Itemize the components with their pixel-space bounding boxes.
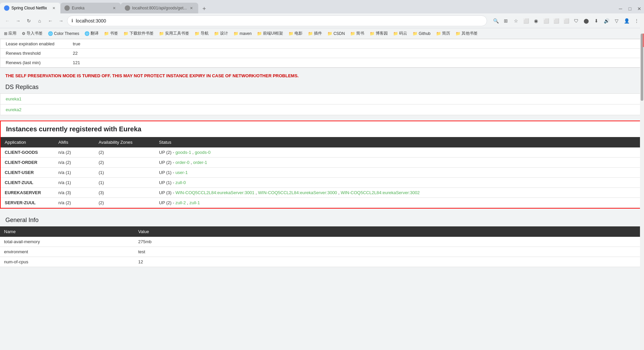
bookmark-resume[interactable]: 📁 简历 (435, 30, 451, 37)
bookmark-jianshu[interactable]: 📁 简书 (349, 30, 366, 37)
folder-icon-1: 📁 (104, 31, 109, 36)
bookmark-cnblogs[interactable]: 📁 博客园 (368, 30, 389, 37)
replica-item-1[interactable]: eureka1 (0, 93, 644, 104)
instance-application-2: CLIENT-USER (1, 168, 54, 178)
instance-application-4: EUREKASERVER (1, 188, 54, 198)
bookmark-cnblogs-label: 博客园 (376, 31, 388, 36)
instance-link-5-0[interactable]: zull-2 (175, 200, 186, 205)
instance-application-0: CLIENT-GOODS (1, 147, 54, 158)
instance-link-0-1[interactable]: goods-0 (195, 150, 211, 155)
replica-item-2[interactable]: eureka2 (0, 104, 644, 115)
back-button[interactable]: ← (3, 16, 12, 26)
address-bar[interactable]: ℹ localhost:3000 (67, 15, 487, 26)
instances-table: Application AMIs Availability Zones Stat… (1, 137, 643, 208)
bookmark-plugins-label: 插件 (314, 31, 322, 36)
ext5-button[interactable]: ⬜ (561, 16, 571, 26)
ext7-button[interactable]: ⬤ (582, 16, 591, 26)
ext2-button[interactable]: ◉ (531, 16, 541, 26)
instance-amis-5: n/a (2) (54, 198, 95, 208)
tab-close-1[interactable]: ✕ (51, 5, 56, 11)
instance-application-1: CLIENT-ORDER (1, 158, 54, 168)
bookmark-import[interactable]: ⚙ 导入书签 (20, 30, 44, 37)
instance-link-3-0[interactable]: zull-0 (175, 180, 186, 185)
extensions-button[interactable]: ⬜ (521, 16, 531, 26)
secure-icon: ℹ (71, 18, 73, 23)
globe-icon-2: 🌐 (85, 31, 90, 36)
link-separator: , (191, 150, 195, 155)
bookmark-others[interactable]: 📁 其他书签 (454, 30, 479, 37)
search-button[interactable]: 🔍 (491, 16, 500, 26)
bookmark-apps[interactable]: ⊞ 应用 (3, 30, 18, 37)
bookmark-movies-label: 电影 (294, 31, 303, 36)
bookmark-csdn[interactable]: 📁 CSDN (326, 31, 346, 37)
reload-button[interactable]: ↻ (24, 16, 34, 26)
status-text-3: UP (1) - (159, 180, 175, 185)
ds-replicas-section: DS Replicas eureka1 eureka2 (0, 81, 644, 115)
instance-link-0-0[interactable]: goods-1 (175, 150, 191, 155)
status-text-5: UP (2) - (159, 200, 175, 205)
ext4-button[interactable]: ⬜ (551, 16, 561, 26)
bookmark-maven[interactable]: 📁 maven (232, 31, 253, 37)
instance-link-2-0[interactable]: user-1 (175, 170, 188, 175)
instance-status-2: UP (1) - user-1 (155, 168, 643, 178)
ext6-button[interactable]: 🛡 (572, 16, 581, 26)
folder-icon-7: 📁 (257, 31, 262, 36)
star-button[interactable]: ☆ (511, 16, 521, 26)
cast-button[interactable]: ▽ (612, 16, 621, 26)
forward-history-button[interactable]: → (56, 16, 66, 26)
folder-icon-8: 📁 (288, 31, 293, 36)
tab-localhost[interactable]: localhost:8001/api/goods/get... ✕ (121, 3, 198, 13)
bookmark-plugins[interactable]: 📁 插件 (307, 30, 323, 37)
folder-icon-15: 📁 (436, 31, 441, 36)
ext3-button[interactable]: ⬜ (541, 16, 551, 26)
minimize-button[interactable]: ─ (616, 4, 625, 13)
grid-button[interactable]: ⊞ (501, 16, 511, 26)
bookmark-color-themes[interactable]: 🌐 Color Themes (47, 31, 80, 37)
tab-spring-cloud[interactable]: Spring Cloud Netflix ✕ (0, 3, 60, 13)
bookmark-shushu[interactable]: 📁 书签 (103, 30, 119, 37)
profile-button[interactable]: 👤 (622, 16, 631, 26)
bookmark-design[interactable]: 📁 设计 (213, 30, 229, 37)
bookmark-frontend[interactable]: 📁 前端UI框架 (256, 30, 284, 37)
audio-button[interactable]: 🔊 (602, 16, 611, 26)
instance-link-5-1[interactable]: zull-1 (190, 200, 200, 205)
bookmark-download[interactable]: 📁 下载软件书签 (122, 30, 155, 37)
instance-link-1-0[interactable]: order-0 (175, 160, 190, 165)
tab-favicon-3 (125, 5, 130, 11)
bookmark-tools[interactable]: 📁 实用工具书签 (158, 30, 191, 37)
instance-link-4-0[interactable]: WIN-COQ5CCL2L84:eurekaServer:3001 (175, 190, 255, 195)
tab-close-2[interactable]: ✕ (111, 5, 117, 11)
folder-icon-5: 📁 (214, 31, 219, 36)
close-window-button[interactable]: ✕ (635, 4, 644, 13)
tab-close-3[interactable]: ✕ (189, 5, 194, 11)
address-text[interactable]: localhost:3000 (76, 18, 483, 24)
instance-status-3: UP (1) - zull-0 (155, 178, 643, 188)
instance-link-4-1[interactable]: WIN-COQ5CCL2L84:eurekaServer:3000 (258, 190, 337, 195)
bookmark-translate[interactable]: 🌐 翻译 (83, 30, 100, 37)
download-button[interactable]: ⬇ (592, 16, 601, 26)
folder-icon-14: 📁 (413, 31, 418, 36)
instance-status-0: UP (2) - goods-1 , goods-0 (155, 147, 643, 158)
bookmark-github[interactable]: 📁 Github (411, 31, 432, 37)
browser-chrome: Spring Cloud Netflix ✕ Eureka ✕ localhos… (0, 0, 644, 39)
info-key-2: Renews threshold (0, 49, 67, 58)
home-button[interactable]: ⌂ (35, 16, 44, 26)
browser-actions: 🔍 ⊞ ☆ ⬜ ◉ ⬜ ⬜ ⬜ 🛡 ⬤ ⬇ 🔊 ▽ 👤 ⋮ (491, 16, 641, 26)
instances-table-row: CLIENT-GOODSn/a (2)(2)UP (2) - goods-1 ,… (1, 147, 643, 158)
folder-icon-4: 📁 (195, 31, 200, 36)
instance-link-1-1[interactable]: order-1 (193, 160, 207, 165)
table-row: Renews (last min) 121 (0, 58, 644, 68)
instance-link-4-2[interactable]: WIN-COQ5CCL2L84:eurekaServer:3002 (341, 190, 420, 195)
maximize-button[interactable]: □ (625, 4, 635, 13)
bookmark-gitee[interactable]: 📁 码云 (392, 30, 409, 37)
status-text-0: UP (2) - (159, 150, 175, 155)
col-header-status: Status (155, 137, 643, 147)
col-header-value: Value (134, 226, 644, 237)
back-history-button[interactable]: ← (46, 16, 55, 26)
bookmark-movies[interactable]: 📁 电影 (287, 30, 304, 37)
bookmark-nav[interactable]: 📁 导航 (193, 30, 210, 37)
new-tab-button[interactable]: + (200, 4, 209, 13)
tab-eureka[interactable]: Eureka ✕ (60, 3, 121, 13)
scrollbar[interactable] (640, 13, 644, 341)
forward-button[interactable]: → (13, 16, 23, 26)
